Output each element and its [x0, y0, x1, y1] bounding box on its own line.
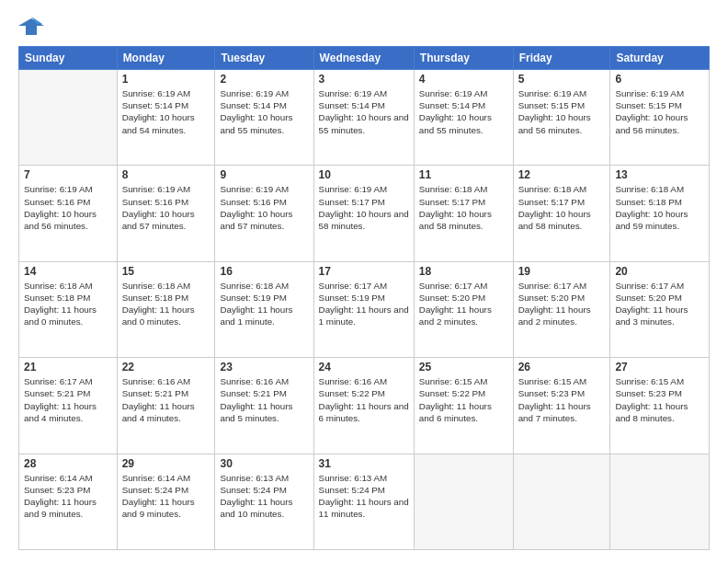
day-number: 15: [122, 265, 210, 278]
calendar-cell: 14Sunrise: 6:18 AM Sunset: 5:18 PM Dayli…: [19, 261, 118, 357]
calendar-cell: 12Sunrise: 6:18 AM Sunset: 5:17 PM Dayli…: [513, 166, 610, 261]
calendar-cell: 7Sunrise: 6:19 AM Sunset: 5:16 PM Daylig…: [19, 166, 118, 261]
calendar-cell: 1Sunrise: 6:19 AM Sunset: 5:14 PM Daylig…: [117, 70, 215, 166]
day-number: 14: [24, 265, 112, 278]
week-row-4: 21Sunrise: 6:17 AM Sunset: 5:21 PM Dayli…: [19, 358, 710, 454]
svg-marker-0: [18, 18, 44, 35]
day-detail: Sunrise: 6:16 AM Sunset: 5:21 PM Dayligh…: [122, 375, 210, 424]
day-number: 18: [419, 265, 508, 278]
calendar-cell: 23Sunrise: 6:16 AM Sunset: 5:21 PM Dayli…: [215, 358, 313, 454]
day-number: 7: [24, 168, 112, 181]
week-row-3: 14Sunrise: 6:18 AM Sunset: 5:18 PM Dayli…: [19, 261, 710, 357]
day-number: 6: [615, 73, 704, 86]
day-detail: Sunrise: 6:18 AM Sunset: 5:18 PM Dayligh…: [122, 280, 210, 328]
calendar-cell: 20Sunrise: 6:17 AM Sunset: 5:20 PM Dayli…: [610, 261, 710, 357]
calendar-cell: 25Sunrise: 6:15 AM Sunset: 5:22 PM Dayli…: [414, 358, 513, 454]
day-detail: Sunrise: 6:14 AM Sunset: 5:23 PM Dayligh…: [24, 472, 112, 521]
day-number: 11: [419, 168, 508, 181]
day-detail: Sunrise: 6:19 AM Sunset: 5:16 PM Dayligh…: [24, 183, 112, 232]
day-detail: Sunrise: 6:18 AM Sunset: 5:19 PM Dayligh…: [220, 280, 308, 328]
day-detail: Sunrise: 6:19 AM Sunset: 5:15 PM Dayligh…: [615, 87, 704, 136]
day-detail: Sunrise: 6:19 AM Sunset: 5:14 PM Dayligh…: [122, 87, 210, 136]
weekday-header-thursday: Thursday: [414, 47, 513, 70]
calendar-cell: 10Sunrise: 6:19 AM Sunset: 5:17 PM Dayli…: [313, 166, 414, 261]
calendar-cell: 21Sunrise: 6:17 AM Sunset: 5:21 PM Dayli…: [19, 358, 118, 454]
day-detail: Sunrise: 6:13 AM Sunset: 5:24 PM Dayligh…: [319, 472, 409, 521]
day-number: 10: [319, 168, 409, 181]
day-detail: Sunrise: 6:17 AM Sunset: 5:20 PM Dayligh…: [518, 280, 606, 328]
day-detail: Sunrise: 6:19 AM Sunset: 5:16 PM Dayligh…: [122, 183, 210, 232]
day-number: 4: [419, 73, 508, 86]
calendar-cell: 9Sunrise: 6:19 AM Sunset: 5:16 PM Daylig…: [215, 166, 313, 261]
day-number: 25: [419, 361, 508, 373]
day-detail: Sunrise: 6:15 AM Sunset: 5:23 PM Dayligh…: [518, 375, 606, 424]
calendar-cell: 28Sunrise: 6:14 AM Sunset: 5:23 PM Dayli…: [19, 454, 118, 549]
day-detail: Sunrise: 6:16 AM Sunset: 5:21 PM Dayligh…: [220, 375, 308, 424]
day-number: 24: [319, 361, 409, 373]
day-detail: Sunrise: 6:18 AM Sunset: 5:17 PM Dayligh…: [518, 183, 606, 232]
calendar-cell: 29Sunrise: 6:14 AM Sunset: 5:24 PM Dayli…: [117, 454, 215, 549]
calendar-cell: 5Sunrise: 6:19 AM Sunset: 5:15 PM Daylig…: [513, 70, 610, 166]
weekday-header-tuesday: Tuesday: [215, 47, 313, 70]
day-number: 23: [220, 361, 308, 373]
day-number: 30: [220, 457, 308, 470]
calendar-cell: [19, 70, 118, 166]
calendar-cell: 4Sunrise: 6:19 AM Sunset: 5:14 PM Daylig…: [414, 70, 513, 166]
weekday-header-friday: Friday: [513, 47, 610, 70]
day-number: 17: [319, 265, 409, 278]
week-row-2: 7Sunrise: 6:19 AM Sunset: 5:16 PM Daylig…: [19, 166, 710, 261]
calendar-cell: 8Sunrise: 6:19 AM Sunset: 5:16 PM Daylig…: [117, 166, 215, 261]
day-detail: Sunrise: 6:19 AM Sunset: 5:15 PM Dayligh…: [518, 87, 606, 136]
day-detail: Sunrise: 6:14 AM Sunset: 5:24 PM Dayligh…: [122, 472, 210, 521]
calendar-cell: 26Sunrise: 6:15 AM Sunset: 5:23 PM Dayli…: [513, 358, 610, 454]
day-number: 19: [518, 265, 606, 278]
day-number: 12: [518, 168, 606, 181]
day-number: 31: [319, 457, 409, 470]
day-number: 13: [615, 168, 704, 181]
day-detail: Sunrise: 6:18 AM Sunset: 5:18 PM Dayligh…: [24, 280, 112, 328]
day-number: 3: [319, 73, 409, 86]
day-detail: Sunrise: 6:19 AM Sunset: 5:17 PM Dayligh…: [319, 183, 409, 232]
weekday-header-sunday: Sunday: [19, 47, 118, 70]
week-row-5: 28Sunrise: 6:14 AM Sunset: 5:23 PM Dayli…: [19, 454, 710, 549]
day-number: 20: [615, 265, 704, 278]
logo: [18, 17, 48, 37]
calendar-cell: 11Sunrise: 6:18 AM Sunset: 5:17 PM Dayli…: [414, 166, 513, 261]
day-number: 22: [122, 361, 210, 373]
calendar-cell: 15Sunrise: 6:18 AM Sunset: 5:18 PM Dayli…: [117, 261, 215, 357]
day-number: 9: [220, 168, 308, 181]
weekday-header-saturday: Saturday: [610, 47, 710, 70]
calendar-cell: 18Sunrise: 6:17 AM Sunset: 5:20 PM Dayli…: [414, 261, 513, 357]
day-detail: Sunrise: 6:19 AM Sunset: 5:14 PM Dayligh…: [419, 87, 508, 136]
day-number: 29: [122, 457, 210, 470]
header: [18, 17, 710, 37]
calendar-table: SundayMondayTuesdayWednesdayThursdayFrid…: [18, 46, 710, 550]
calendar-cell: [513, 454, 610, 549]
calendar-cell: 17Sunrise: 6:17 AM Sunset: 5:19 PM Dayli…: [313, 261, 414, 357]
day-detail: Sunrise: 6:17 AM Sunset: 5:19 PM Dayligh…: [319, 280, 409, 328]
day-number: 8: [122, 168, 210, 181]
day-detail: Sunrise: 6:17 AM Sunset: 5:21 PM Dayligh…: [24, 375, 112, 424]
day-number: 28: [24, 457, 112, 470]
day-number: 27: [615, 361, 704, 373]
calendar-cell: 31Sunrise: 6:13 AM Sunset: 5:24 PM Dayli…: [313, 454, 414, 549]
day-detail: Sunrise: 6:19 AM Sunset: 5:14 PM Dayligh…: [319, 87, 409, 136]
calendar-cell: 13Sunrise: 6:18 AM Sunset: 5:18 PM Dayli…: [610, 166, 710, 261]
calendar-cell: 19Sunrise: 6:17 AM Sunset: 5:20 PM Dayli…: [513, 261, 610, 357]
calendar-cell: 3Sunrise: 6:19 AM Sunset: 5:14 PM Daylig…: [313, 70, 414, 166]
calendar-cell: 6Sunrise: 6:19 AM Sunset: 5:15 PM Daylig…: [610, 70, 710, 166]
calendar-cell: 24Sunrise: 6:16 AM Sunset: 5:22 PM Dayli…: [313, 358, 414, 454]
calendar-cell: [414, 454, 513, 549]
calendar-cell: 2Sunrise: 6:19 AM Sunset: 5:14 PM Daylig…: [215, 70, 313, 166]
calendar-cell: 27Sunrise: 6:15 AM Sunset: 5:23 PM Dayli…: [610, 358, 710, 454]
day-number: 1: [122, 73, 210, 86]
day-detail: Sunrise: 6:18 AM Sunset: 5:18 PM Dayligh…: [615, 183, 704, 232]
day-number: 16: [220, 265, 308, 278]
day-detail: Sunrise: 6:15 AM Sunset: 5:23 PM Dayligh…: [615, 375, 704, 424]
day-number: 21: [24, 361, 112, 373]
day-number: 2: [220, 73, 308, 86]
day-detail: Sunrise: 6:17 AM Sunset: 5:20 PM Dayligh…: [419, 280, 508, 328]
page: SundayMondayTuesdayWednesdayThursdayFrid…: [0, 0, 728, 563]
weekday-header-wednesday: Wednesday: [313, 47, 414, 70]
day-number: 26: [518, 361, 606, 373]
